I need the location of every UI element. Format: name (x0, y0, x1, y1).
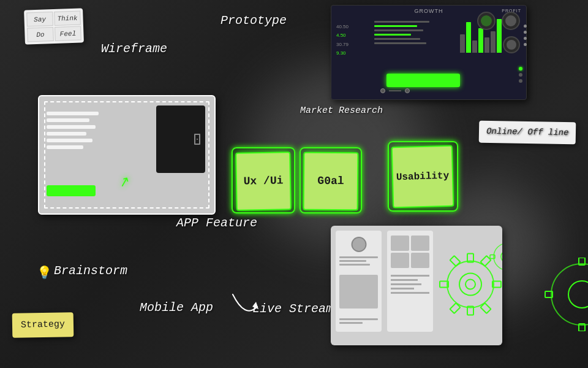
wireframe-inner: ↖ (39, 96, 214, 213)
mobile-wireframe-panel (331, 226, 502, 345)
say-think-do-feel-note: Say Think Do Feel (24, 8, 84, 44)
s2-line1 (391, 275, 429, 277)
s1-line2 (339, 260, 366, 262)
s1-line1 (339, 256, 378, 258)
hline-5 (374, 38, 420, 40)
mobile-screen-2 (387, 231, 433, 332)
s1-bline1 (339, 318, 378, 320)
hline-6 (374, 42, 426, 44)
s2-line2 (391, 279, 418, 281)
screen1-bottom-lines (339, 318, 378, 326)
wf-image-placeholder (156, 105, 205, 173)
hline-3 (374, 29, 423, 31)
svg-point-2 (459, 274, 481, 296)
s2-line3 (391, 283, 421, 285)
dots-cluster (519, 67, 522, 83)
strategy-sticky: Strategy (12, 312, 74, 337)
svg-point-20 (568, 281, 588, 308)
screen1-lines (339, 256, 378, 267)
s1-line3 (339, 264, 370, 266)
app-feature-label: APP Feature (176, 215, 257, 232)
bar-3 (472, 40, 477, 53)
dial-3 (503, 36, 520, 53)
goal-neon-outline (300, 147, 362, 213)
feel-cell: Feel (55, 26, 81, 40)
tr-dot-3 (524, 37, 527, 40)
screen1-img (339, 275, 378, 309)
s2-cell-1 (391, 236, 409, 251)
tr-dot-2 (524, 31, 527, 34)
s2-cell-3 (391, 253, 409, 268)
wf-line-1 (47, 112, 99, 115)
wf-line-2 (47, 118, 89, 122)
mobile-app-label: Mobile App (140, 299, 213, 316)
s2-cell-2 (411, 236, 429, 251)
tr-dot-1 (524, 25, 527, 28)
ux-ui-neon-outline (232, 147, 295, 213)
dashboard-title: GROWTH (415, 8, 443, 14)
bar-4 (478, 28, 483, 53)
dial-inner-2 (505, 15, 516, 26)
screen2-lines (391, 275, 429, 296)
wf-line-5 (47, 139, 92, 142)
top-right-dots (524, 25, 527, 46)
dot-2 (519, 73, 522, 77)
s2-line5 (391, 292, 429, 294)
connector-line (389, 90, 401, 91)
brainstorm-label: Brainstorm (54, 264, 127, 278)
dash-lines (374, 21, 435, 47)
wf-line-4 (47, 132, 86, 136)
dash-numbers: 40.50 4.50 30.79 9.30 (336, 23, 349, 58)
design-board: Say Think Do Feel Wireframe Prototype GR… (0, 0, 588, 368)
svg-point-19 (551, 264, 588, 325)
curved-arrow (227, 288, 263, 325)
dial-inner-1 (481, 15, 492, 26)
tr-dot-4 (524, 43, 527, 46)
hline-4 (374, 34, 411, 36)
connector-dot-2 (405, 88, 410, 93)
svg-point-3 (466, 280, 475, 289)
hline-2 (374, 25, 417, 27)
bar-2 (466, 22, 471, 53)
connector-dots (380, 88, 410, 93)
svg-point-13 (501, 251, 502, 263)
doorknob (197, 139, 198, 140)
bar-7 (497, 19, 502, 53)
hline-1 (374, 21, 429, 23)
wf-text-lines (47, 112, 102, 152)
wireframe-mockup: ↖ (38, 95, 216, 215)
green-bar (386, 74, 460, 87)
dashboard-panel: GROWTH 40.50 4.50 30.79 9.30 (331, 5, 527, 100)
svg-point-1 (447, 261, 494, 308)
wf-cta-button (47, 185, 96, 196)
door-icon (194, 134, 200, 145)
screen2-grid (391, 236, 429, 268)
connector-dot-1 (380, 88, 385, 93)
market-research-label: Market Research (300, 104, 383, 117)
bulb-icon: 💡 (37, 265, 52, 280)
usability-neon-outline (388, 141, 458, 212)
bar-1 (460, 34, 465, 53)
bar-6 (491, 31, 496, 53)
mobile-screen-1 (336, 231, 382, 332)
s1-bline2 (339, 322, 363, 324)
cursor-icon: ↖ (117, 173, 132, 191)
wireframe-label: Wireframe (101, 42, 167, 56)
dial-2 (502, 12, 520, 30)
wf-line-6 (47, 145, 83, 149)
think-cell: Think (54, 10, 81, 25)
dial-1 (477, 12, 496, 30)
say-cell: Say (26, 12, 53, 26)
do-cell: Do (27, 27, 54, 42)
bar-5 (484, 37, 489, 53)
prototype-label: Prototype (221, 13, 287, 28)
avatar-circle (351, 237, 366, 252)
gear-svg (434, 237, 502, 332)
online-offline-note: Online/ Off line (478, 121, 576, 144)
dot-1 (519, 67, 522, 71)
wf-line-3 (47, 125, 96, 129)
dot-3 (519, 79, 522, 83)
s2-cell-4 (411, 253, 429, 268)
right-gear-svg (533, 258, 588, 331)
s2-line4 (391, 288, 414, 289)
